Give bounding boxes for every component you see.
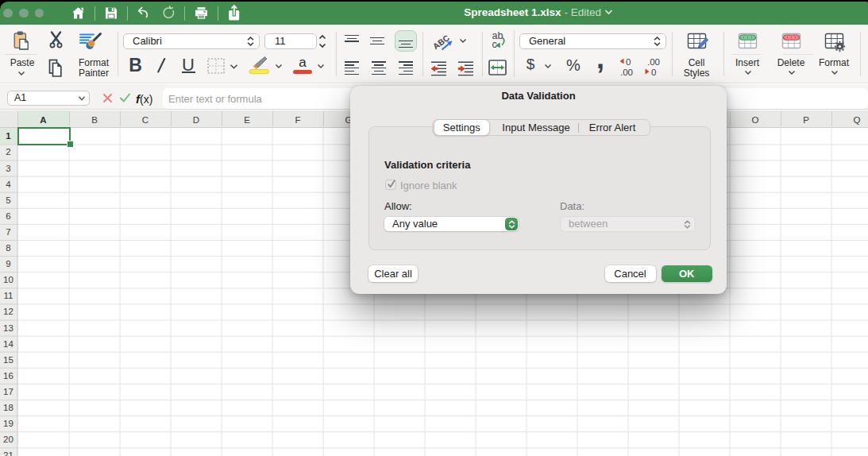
svg-text:.00: .00: [620, 68, 633, 77]
svg-text:0: 0: [651, 68, 656, 77]
svg-text:c: c: [492, 39, 497, 50]
svg-text:0: 0: [626, 57, 631, 67]
svg-text:.00: .00: [647, 57, 660, 67]
